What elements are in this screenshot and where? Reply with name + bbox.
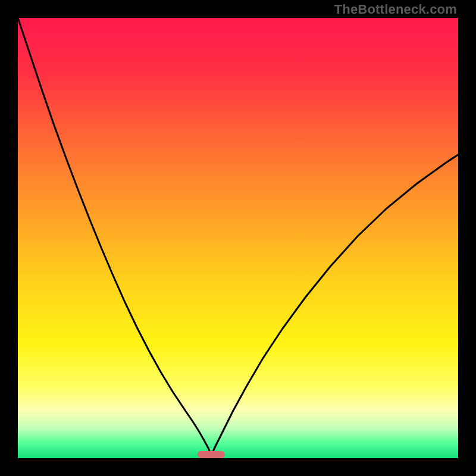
watermark-text: TheBottleneck.com <box>334 2 457 17</box>
chart-canvas <box>18 18 458 458</box>
chart-frame <box>18 18 458 458</box>
bottom-marker <box>198 451 225 458</box>
gradient-background <box>18 18 458 458</box>
